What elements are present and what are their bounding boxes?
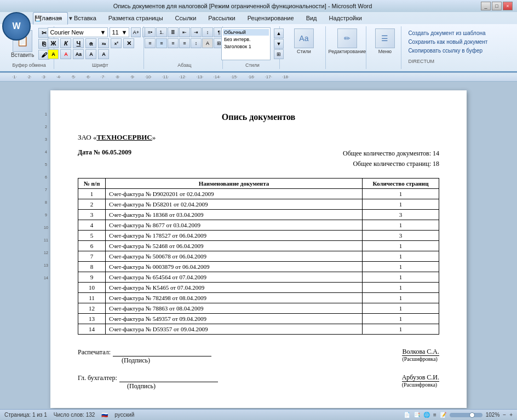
- bold-btn[interactable]: Ж: [48, 38, 59, 48]
- row-num: 4: [78, 220, 106, 231]
- title-bar: Опись документов для налоговой [Режим ог…: [0, 0, 517, 12]
- directum-btn-2[interactable]: Сохранить как новый документ: [408, 38, 508, 45]
- quick-access-toolbar: 💾 ↩ ↪ ▼: [33, 14, 76, 22]
- sort-btn[interactable]: ↕: [202, 27, 213, 37]
- zoom-out[interactable]: −: [503, 412, 506, 418]
- tab-layout[interactable]: Разметка страницы: [102, 12, 169, 24]
- minimize-btn[interactable]: _: [481, 2, 491, 10]
- table-header-row: № п/п Наименование документа Количество …: [78, 179, 439, 189]
- font-size-aa2[interactable]: A: [85, 49, 96, 59]
- justify-btn[interactable]: ≡: [179, 38, 190, 48]
- status-bar: Страница: 1 из 1 Число слов: 132 🇷🇺 русс…: [0, 409, 517, 420]
- font-size-increase[interactable]: A+: [131, 27, 141, 37]
- decrease-indent-btn[interactable]: ⇤: [179, 27, 190, 37]
- row-pages: 1: [363, 324, 439, 335]
- font-size-select[interactable]: 11 ▼: [110, 27, 129, 37]
- qa-dropdown[interactable]: ▼: [66, 14, 76, 22]
- table-row: 6 Счет-фактура № 52468 от 06.04.2009 1: [78, 241, 439, 251]
- view-web[interactable]: 🌐: [423, 412, 430, 418]
- styles-gallery[interactable]: Обычный Без интерв. Заголовок 1: [221, 27, 271, 60]
- style-no-spacing[interactable]: Без интерв.: [223, 36, 269, 43]
- style-h1[interactable]: Заголовок 1: [223, 43, 269, 50]
- styles-btn[interactable]: Аа Стили: [290, 27, 318, 55]
- row-pages: 1: [363, 272, 439, 283]
- view-full[interactable]: 📑: [413, 412, 420, 418]
- chief-line: [119, 373, 218, 382]
- line-spacing-btn[interactable]: ↕: [191, 38, 202, 48]
- editing-group2: ✏ Редактирование: [328, 26, 366, 69]
- font-color-btn[interactable]: A: [60, 49, 71, 59]
- tab-mailings[interactable]: Рассылки: [202, 12, 241, 24]
- increase-indent-btn[interactable]: ⇥: [191, 27, 202, 37]
- style-normal[interactable]: Обычный: [223, 29, 269, 36]
- italic-btn[interactable]: К: [60, 38, 71, 48]
- numbering-btn[interactable]: 1.: [156, 27, 167, 37]
- document-counts: Общее количество документов: 14 Общее ко…: [343, 148, 439, 169]
- zoom-thumb: [469, 412, 475, 418]
- undo-btn[interactable]: ↩: [44, 14, 54, 22]
- row-pages: 1: [363, 303, 439, 314]
- highlight-btn[interactable]: A: [48, 49, 59, 59]
- font-name-select[interactable]: Courier New ▼: [48, 27, 108, 37]
- table-row: 7 Счет-фактура № 500678 от 06.04.2009 1: [78, 251, 439, 262]
- zoom-level: 102%: [486, 412, 500, 418]
- chief-name-hint: (Расшифровка): [402, 382, 439, 388]
- tab-references[interactable]: Ссылки: [169, 12, 203, 24]
- view-outline[interactable]: ≡: [433, 412, 436, 418]
- zoom-slider[interactable]: [450, 413, 482, 417]
- tab-view[interactable]: Вид: [300, 12, 323, 24]
- align-left-btn[interactable]: ≡: [145, 38, 156, 48]
- redo-btn[interactable]: ↪: [55, 14, 65, 22]
- tab-addins[interactable]: Надстройки: [323, 12, 368, 24]
- table-row: 4 Счет-фактура № 8677 от 03.04.2009 1: [78, 220, 439, 231]
- align-right-btn[interactable]: ≡: [168, 38, 179, 48]
- directum-btn-3[interactable]: Скопировать ссылку в буфер: [408, 47, 508, 54]
- editing-btn[interactable]: ✏ Редактирование: [334, 27, 361, 55]
- multilevel-btn[interactable]: ≣: [168, 27, 179, 37]
- superscript-btn[interactable]: x²: [111, 38, 122, 48]
- company-name-underlined: ТЕХНОСЕРВИС: [96, 133, 152, 141]
- font-extra1[interactable]: A: [98, 49, 109, 59]
- view-normal[interactable]: 📄: [404, 412, 410, 418]
- menu-btn[interactable]: ☰ Меню: [371, 27, 399, 55]
- font-group: Courier New ▼ 11 ▼ A+ A- Ж К Ч a x₂: [56, 26, 144, 69]
- ruler: ·1· ·2· ·3· ·4· ·5· ·6· ·7· ·8· ·9· ·10·…: [0, 73, 517, 82]
- editing-group: Аа Стили: [282, 26, 326, 69]
- save-quick-btn[interactable]: 💾: [33, 14, 43, 22]
- row-name: Счет-фактура № 178527 от 06.04.2009: [106, 231, 363, 241]
- chief-hint: (Подпись): [78, 382, 218, 390]
- directum-btn-1[interactable]: Создать документ из шаблона: [408, 30, 508, 37]
- zoom-in[interactable]: +: [509, 412, 513, 418]
- directum-group: Создать документ из шаблона Сохранить ка…: [404, 26, 513, 69]
- close-btn[interactable]: ×: [503, 2, 513, 10]
- strikethrough-btn[interactable]: a: [85, 38, 96, 48]
- maximize-btn[interactable]: □: [492, 2, 502, 10]
- col-header-pages: Количество страниц: [363, 179, 439, 189]
- paragraph-group: ≡• 1. ≣ ⇤ ⇥ ↕ ¶ ≡ ≡ ≡ ≡ ↕ A ⊞: [146, 26, 223, 69]
- row-name: Счет-фактура № К5465 от 07.04.2009: [106, 283, 363, 293]
- shading-btn[interactable]: A: [202, 38, 213, 48]
- row-num: 8: [78, 262, 106, 272]
- row-name: Счет-фактура № 18368 от 03.04.2009: [106, 210, 363, 220]
- row-num: 14: [78, 324, 106, 335]
- align-center-btn[interactable]: ≡: [156, 38, 167, 48]
- subscript-btn[interactable]: x₂: [98, 38, 109, 48]
- document-page: Опись документов ЗАО «ТЕХНОСЕРВИС» Дата …: [50, 90, 467, 408]
- sig-chief-left: Гл. бухгалтер: (Подпись): [78, 373, 218, 390]
- clear-format-btn[interactable]: ✕: [123, 38, 134, 48]
- office-button[interactable]: W: [2, 12, 31, 41]
- row-pages: 1: [363, 262, 439, 272]
- row-name: Счет-фактура № 500678 от 06.04.2009: [106, 251, 363, 262]
- sig-row-2: Гл. бухгалтер: (Подпись) Арбузов С.И. (Р…: [78, 373, 439, 390]
- underline-btn[interactable]: Ч: [73, 38, 84, 48]
- bullets-btn[interactable]: ≡•: [145, 27, 156, 37]
- view-draft[interactable]: 📝: [440, 412, 446, 418]
- row-name: Счет-фактура № D58201 от 02.04.2009: [106, 199, 363, 210]
- styles-group: Обычный Без интерв. Заголовок 1 ▲ ▼ ⊞ Ст…: [225, 26, 280, 69]
- table-row: 14 Счет-фактура № D59357 от 09.04.2009 1: [78, 324, 439, 335]
- row-num: 13: [78, 314, 106, 324]
- font-size-aa[interactable]: Aa: [73, 49, 84, 59]
- tab-review[interactable]: Рецензирование: [242, 12, 300, 24]
- total-documents: Общее количество документов: 14: [343, 148, 439, 159]
- editing-icon: ✏: [337, 28, 357, 48]
